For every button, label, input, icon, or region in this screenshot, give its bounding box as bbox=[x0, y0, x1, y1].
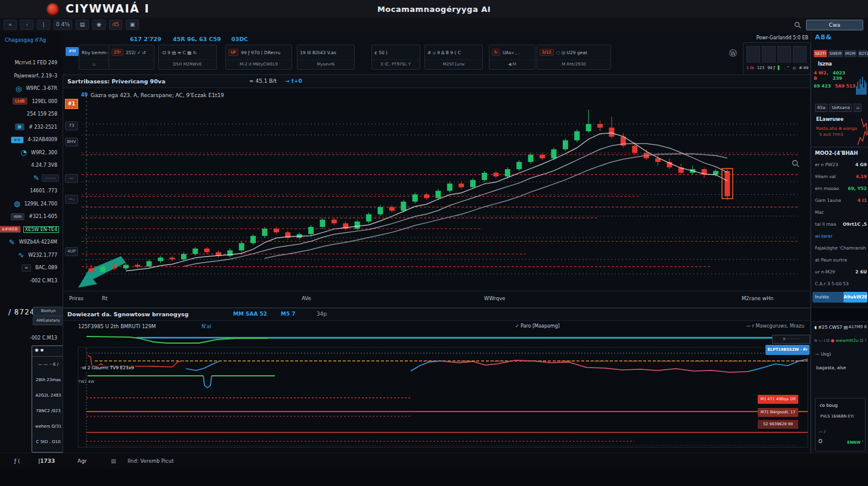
sidebar-item[interactable]: ∿ W232.1.777 bbox=[0, 249, 63, 262]
nav-button[interactable]: ▣ bbox=[126, 20, 139, 30]
right-panel-subtab[interactable]: ▫ bbox=[854, 104, 861, 112]
right-panel-subtabs: 65atáiKsana▫ bbox=[815, 104, 861, 112]
toolbar-group-buttons[interactable]: 19 III B2t43 V.as bbox=[300, 50, 336, 55]
right-panel-tab[interactable]: SWEM bbox=[828, 50, 842, 57]
dropdown-item[interactable]: wehers D/31 bbox=[32, 419, 64, 434]
magnifier-icon[interactable] bbox=[792, 158, 799, 170]
bottom-blue-button[interactable]: ELPT19B5S2W · Fr bbox=[765, 345, 810, 355]
toolbar-group-buttons[interactable]: # ▫ 9 ∆ B 9 ( C bbox=[427, 50, 461, 55]
action-bar-right[interactable]: A9ukW2E bbox=[844, 292, 867, 303]
order-ticket-confirm[interactable]: ENNW ˅ bbox=[847, 440, 864, 445]
stats-row[interactable]: Fajakdghe 'Chamransh bbox=[811, 243, 868, 255]
watermark-icon[interactable]: Ⓦ bbox=[729, 48, 737, 59]
sidebar-item[interactable]: ◔ W9R2, 300 bbox=[0, 147, 63, 160]
toolbar-group-buttons[interactable]: ◌ ◎ U29 geat bbox=[556, 50, 587, 55]
sidebar-item[interactable]: ✎ W9Zb4A·4224M bbox=[0, 236, 63, 249]
chart-thumbnail[interactable] bbox=[777, 46, 791, 63]
toolbar-group-badge[interactable]: 23! bbox=[111, 49, 123, 56]
action-bar[interactable]: Iruisto A9ukW2E bbox=[813, 292, 867, 303]
sidebar-item[interactable]: A#WEB XE5W EN-TE4 bbox=[0, 223, 63, 236]
dropdown-item[interactable]: 78NC2 /023 bbox=[32, 403, 64, 419]
sidebar-item[interactable]: 14601 .773 bbox=[0, 185, 63, 198]
sidebar-item[interactable]: ≡≡ 4-32AB4009 bbox=[0, 133, 63, 147]
bottom-legend-mid[interactable]: ✓ Paro [Maapamg] bbox=[515, 323, 560, 329]
right-panel-tab[interactable]: B2Y2L bbox=[858, 50, 868, 57]
dropdown-item[interactable]: 28th 23mas bbox=[32, 372, 64, 388]
sidebar-item-badge: ▪▪▪▪ bbox=[42, 175, 59, 182]
watchlist-row[interactable]: 4 W2, B 4023 239 bbox=[814, 70, 855, 81]
order-ticket-o[interactable]: O bbox=[819, 439, 822, 444]
sidebar-item[interactable]: Pajwewarf, 2.19–3 bbox=[0, 70, 63, 83]
toolbar-group-buttons[interactable]: ¢ 50 ) bbox=[374, 50, 388, 55]
dropdown-item[interactable]: A2G2L 2493 bbox=[32, 388, 64, 403]
chart-thumbnail[interactable] bbox=[793, 46, 807, 63]
toolbar-group-buttons[interactable]: 252/ ✓ ↺ bbox=[126, 50, 146, 55]
stats-row[interactable]: Gam 1auna 4 I1 bbox=[811, 195, 868, 207]
right-panel-subtab[interactable]: 65a bbox=[815, 104, 827, 112]
nav-button[interactable]: ▤ bbox=[76, 20, 89, 30]
right-panel-subtab[interactable]: táiKsana bbox=[829, 104, 852, 112]
oscillator-chart[interactable] bbox=[77, 333, 809, 450]
toolbar-symbol-badge[interactable]: #M bbox=[66, 47, 79, 56]
gutter-button[interactable]: — bbox=[65, 174, 78, 183]
action-bar-left[interactable]: Iruisto bbox=[813, 292, 844, 303]
nav-cta-button[interactable]: Cwa bbox=[806, 20, 863, 30]
bottom-mini-box[interactable]: ≡ ⋯⋯⋯ bbox=[772, 335, 810, 344]
sidebar-item[interactable]: ◎ W9RC .3-67R bbox=[0, 82, 63, 95]
bottom-legend-link[interactable]: N'al bbox=[202, 323, 211, 329]
gutter-button[interactable]: BHV bbox=[65, 138, 78, 147]
dropdown-item[interactable]: C 5tO . O10 bbox=[32, 434, 64, 450]
stats-row[interactable]: ern mooao 69, Y52 bbox=[811, 183, 868, 195]
sidebar-button-2[interactable]: AWGalatany bbox=[33, 316, 64, 325]
toolbar-group-badge[interactable]: UF bbox=[228, 49, 238, 56]
nav-button[interactable]: 0 4⅝ bbox=[54, 20, 72, 30]
nav-button[interactable]: ◉ bbox=[92, 20, 106, 30]
gutter-button[interactable]: 73 bbox=[65, 122, 78, 130]
stats-row[interactable]: C.A.r 3 5-00 53 bbox=[811, 279, 868, 291]
sidebar-item[interactable]: 4.24.7 3V8 bbox=[0, 159, 63, 172]
stats-row[interactable]: at Paun ourtra bbox=[811, 255, 868, 267]
dropdown-item[interactable]: — — ⋯E / bbox=[32, 357, 64, 372]
stats-row[interactable]: er n PW23 4 G9 bbox=[811, 160, 868, 172]
chart-tool-badge[interactable]: #1 bbox=[65, 99, 78, 109]
chart-thumbnail[interactable] bbox=[762, 46, 776, 63]
toolbar-group-buttons[interactable]: UAs» , . bbox=[503, 50, 520, 55]
right-panel-tab[interactable]: IM2M bbox=[844, 50, 857, 57]
orders-icons-after[interactable]: ⊡ ! bbox=[858, 338, 866, 343]
sidebar-button-1[interactable]: Bootlyn bbox=[33, 307, 64, 316]
nav-button[interactable]: | bbox=[37, 20, 50, 30]
sidebar-item[interactable]: nlm #321.1-605 bbox=[0, 210, 63, 223]
sidebar-item[interactable]: = BAC, 089 bbox=[0, 261, 63, 275]
sidebar-item[interactable]: ▦ # 232-2521 bbox=[0, 121, 63, 134]
stats-row[interactable]: ur n-M29 2 6U bbox=[811, 267, 868, 279]
stats-row[interactable]: tal II maa O9rt1C ,5 bbox=[811, 219, 868, 231]
stats-row[interactable]: 99am val 4.19 bbox=[811, 172, 868, 183]
nav-button[interactable]: « bbox=[4, 20, 17, 30]
sidebar-item[interactable]: Mcrrvd.1 FED 249 bbox=[0, 57, 63, 70]
search-icon[interactable] bbox=[794, 20, 801, 31]
status-icons[interactable]: ƒ ( bbox=[14, 458, 20, 464]
nav-button[interactable]: ‹ bbox=[20, 20, 33, 30]
sidebar-item[interactable]: ◍ 1299L 24.700 bbox=[0, 198, 63, 211]
toolbar-group-buttons[interactable]: Rby bemm— bbox=[82, 50, 109, 55]
chart-thumbnail[interactable] bbox=[746, 46, 760, 63]
right-panel-tab[interactable]: SE2TI bbox=[814, 50, 827, 57]
candlestick-chart[interactable] bbox=[77, 90, 802, 291]
toolbar-group-badge[interactable]: ↻ bbox=[492, 49, 500, 56]
gutter-button[interactable]: 4UP bbox=[65, 247, 78, 256]
sidebar-item[interactable]: -002 C.M13 bbox=[0, 275, 63, 288]
nav-button[interactable]: d5 bbox=[109, 20, 122, 30]
gutter-button[interactable]: —, bbox=[65, 195, 78, 204]
sidebar-item[interactable]: ✎ ▪▪▪▪ bbox=[0, 172, 63, 185]
watchlist-row[interactable]: 69 423 5A9 513 bbox=[814, 83, 855, 89]
sidebar-top-link[interactable]: Chagasgag d'Ag bbox=[5, 37, 46, 43]
toolbar-group-buttons[interactable]: 99 ƒ 970 ( DRecru bbox=[241, 50, 280, 55]
sidebar-item[interactable]: LtdB 129EL 000 bbox=[0, 95, 63, 108]
dropdown-header[interactable]: ◉ ▪ bbox=[32, 346, 64, 357]
orders-icons[interactable]: n — i U bbox=[814, 338, 830, 343]
toolbar-group-badge[interactable]: 3/12 bbox=[540, 49, 554, 56]
stats-row[interactable]: wi-tarar bbox=[811, 231, 868, 243]
stats-row[interactable]: Mac bbox=[811, 207, 868, 219]
toolbar-group-buttons[interactable]: ·⊡ 9 ▤ ≡ C ▦ ↻ bbox=[161, 50, 197, 55]
sidebar-item[interactable]: 254 159 258 bbox=[0, 108, 63, 121]
